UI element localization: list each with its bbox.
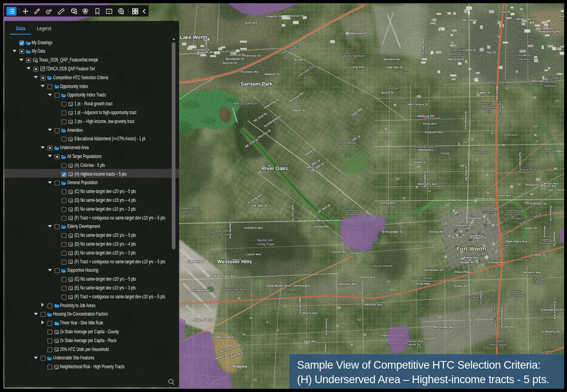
svg-text:Hollis St: Hollis St	[414, 160, 427, 164]
svg-text:Diamond: Diamond	[451, 48, 464, 52]
svg-text:Waddell St: Waddell St	[264, 72, 280, 76]
svg-text:Historical: Historical	[544, 84, 557, 88]
svg-text:Hemphill St: Hemphill St	[455, 224, 472, 227]
svg-text:Carver Dr: Carver Dr	[407, 343, 421, 346]
svg-text:Diaz Ave: Diaz Ave	[304, 339, 317, 343]
svg-text:Jerome St: Jerome St	[553, 231, 556, 246]
svg-text:N Main St: N Main St	[477, 91, 491, 94]
svg-text:Stockyards: Stockyards	[423, 116, 440, 120]
svg-text:Historic: Historic	[511, 289, 521, 293]
svg-text:Course: Course	[344, 154, 354, 158]
svg-text:W Rosedale St: W Rosedale St	[382, 230, 403, 234]
svg-text:Montrose Dr: Montrose Dr	[243, 54, 261, 57]
svg-text:Klamath Rd: Klamath Rd	[188, 260, 204, 263]
svg-text:Brennan Ave: Brennan Ave	[464, 111, 468, 130]
svg-text:S Henderson St: S Henderson St	[541, 308, 563, 312]
svg-text:Arrow Ln: Arrow Ln	[294, 58, 307, 62]
svg-text:Far Greater: Far Greater	[544, 76, 560, 80]
svg-text:Ross Ave: Ross Ave	[423, 122, 437, 125]
svg-text:Northside: Northside	[544, 80, 557, 84]
svg-text:McKinley Ave: McKinley Ave	[418, 182, 437, 186]
svg-text:Helmick Ave: Helmick Ave	[365, 303, 382, 306]
svg-text:Park Place Ave: Park Place Ave	[506, 240, 528, 243]
svg-text:University Park: University Park	[346, 209, 365, 212]
svg-text:Diamond Hill: Diamond Hill	[479, 106, 496, 109]
svg-text:Burton Hill: Burton Hill	[258, 238, 272, 242]
svg-text:Cultural District: Cultural District	[370, 264, 392, 268]
svg-text:And Cremation: And Cremation	[503, 217, 523, 220]
svg-text:Grayson Ave: Grayson Ave	[425, 130, 443, 134]
svg-text:Azle Ave: Azle Ave	[245, 21, 258, 25]
svg-text:Bonnie Br: Bonnie Br	[542, 150, 555, 154]
svg-text:North Side: North Side	[340, 141, 356, 145]
svg-text:Addition: Addition	[519, 57, 531, 61]
svg-text:Buchanan St: Buchanan St	[226, 57, 244, 61]
svg-text:Thornton St: Thornton St	[529, 202, 546, 205]
svg-text:Glenwood: Glenwood	[532, 277, 546, 281]
svg-text:Marine Park: Marine Park	[416, 145, 434, 149]
svg-text:Bruce St: Bruce St	[381, 91, 394, 94]
svg-text:Rutledge St: Rutledge St	[469, 216, 486, 220]
svg-text:Geddes Ave: Geddes Ave	[359, 275, 376, 279]
svg-text:Lagonda Ave: Lagonda Ave	[299, 296, 302, 314]
svg-text:Butler: Butler	[501, 244, 510, 247]
svg-text:Birchman Ave: Birchman Ave	[434, 325, 454, 329]
svg-text:Harley Ave: Harley Ave	[316, 219, 331, 222]
svg-text:Genoa Rd: Genoa Rd	[429, 230, 444, 234]
svg-text:Golf Course: Golf Course	[181, 210, 198, 214]
svg-text:Byers Ave: Byers Ave	[303, 311, 318, 315]
svg-text:Funeral Homes: Funeral Homes	[502, 213, 523, 216]
svg-text:NW 32nd St: NW 32nd St	[447, 57, 464, 61]
svg-text:Thurston Rd: Thurston Rd	[240, 70, 258, 74]
svg-text:Greenway: Greenway	[483, 210, 497, 214]
svg-text:Buck Sansom: Buck Sansom	[344, 54, 365, 58]
svg-text:United: United	[541, 238, 550, 241]
svg-text:Clover Ln: Clover Ln	[479, 291, 483, 305]
svg-text:Lebow: Lebow	[459, 73, 468, 76]
svg-text:Lake Worth: Lake Worth	[180, 35, 207, 40]
svg-text:POA: POA	[485, 110, 492, 113]
svg-text:S Adams St: S Adams St	[470, 236, 487, 240]
svg-text:Greenwood: Greenwood	[505, 209, 521, 212]
svg-text:E Morphy St: E Morphy St	[542, 330, 560, 333]
svg-text:Sansom Park: Sansom Park	[241, 81, 272, 87]
svg-text:Urbanview St: Urbanview St	[347, 31, 367, 35]
svg-text:Loving Ave: Loving Ave	[379, 201, 395, 205]
svg-text:Lincoln: Lincoln	[388, 86, 398, 90]
svg-text:Cowden St: Cowden St	[266, 14, 282, 18]
svg-text:Northeast: Northeast	[473, 150, 488, 154]
svg-text:Premier St: Premier St	[549, 206, 553, 221]
svg-text:NE 34th St: NE 34th St	[252, 204, 268, 207]
svg-text:Circle: Circle	[441, 152, 449, 155]
svg-text:Country Club: Country Club	[210, 233, 229, 236]
svg-text:Fairmount Ave: Fairmount Ave	[500, 308, 504, 329]
svg-text:College Ave: College Ave	[488, 261, 505, 264]
svg-text:White Oak Ln: White Oak Ln	[516, 17, 536, 21]
svg-text:Owners: Owners	[348, 213, 359, 216]
svg-text:Shady Oaks: Shady Oaks	[211, 229, 229, 232]
svg-text:Andover St: Andover St	[288, 14, 304, 18]
svg-text:Lafayette Ave: Lafayette Ave	[229, 220, 232, 239]
svg-text:Karren's: Karren's	[481, 102, 493, 105]
svg-text:Macie Ave: Macie Ave	[495, 86, 499, 101]
svg-text:Hawks Creek: Hawks Creek	[180, 206, 200, 210]
svg-text:Yale St: Yale St	[486, 51, 496, 54]
svg-text:Weber St: Weber St	[293, 109, 306, 112]
svg-text:Ohio Garden Rd: Ohio Garden Rd	[558, 14, 564, 18]
svg-text:Southside: Southside	[466, 296, 479, 299]
svg-text:Sunset Terrace: Sunset Terrace	[411, 276, 433, 280]
svg-text:Morningside: Morningside	[490, 343, 507, 347]
svg-text:River Oaks: River Oaks	[262, 166, 288, 171]
svg-text:Skyline Dr: Skyline Dr	[223, 61, 237, 65]
svg-text:Crabtree St: Crabtree St	[423, 171, 427, 188]
svg-text:NW 26th St: NW 26th St	[387, 66, 403, 69]
svg-text:Long Ave: Long Ave	[351, 65, 364, 69]
svg-text:Lovell Ave: Lovell Ave	[246, 252, 261, 256]
svg-text:Tulsa Way: Tulsa Way	[416, 282, 431, 285]
svg-text:Southside: Southside	[510, 293, 524, 297]
svg-text:Lisbon St: Lisbon St	[532, 253, 546, 257]
svg-text:Donnelly Ave: Donnelly Ave	[338, 282, 357, 286]
svg-text:NW Loraine St: NW Loraine St	[408, 103, 429, 106]
svg-text:Scenic Bluff: Scenic Bluff	[519, 168, 536, 171]
svg-text:Trinity Trails: Trinity Trails	[257, 242, 274, 246]
